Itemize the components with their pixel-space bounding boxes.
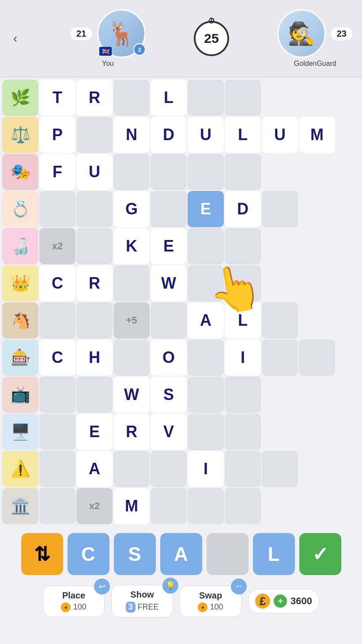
cell[interactable] — [39, 377, 75, 413]
confirm-tile[interactable]: ✓ — [299, 533, 341, 575]
cell[interactable]: I — [188, 451, 224, 487]
cell[interactable] — [188, 488, 224, 524]
cell[interactable]: C — [39, 339, 75, 376]
cell[interactable]: P — [39, 117, 75, 153]
cell[interactable]: E — [76, 414, 113, 450]
cell[interactable]: R — [113, 414, 150, 450]
cell[interactable] — [188, 80, 224, 116]
cell[interactable]: L — [225, 117, 261, 153]
cell[interactable]: x2 — [76, 488, 113, 524]
cell[interactable] — [225, 451, 261, 487]
cell[interactable] — [39, 302, 75, 339]
cell[interactable]: C — [39, 265, 75, 301]
cell[interactable] — [113, 265, 150, 301]
cell[interactable]: U — [76, 154, 113, 190]
cell[interactable]: F — [39, 154, 75, 190]
cell[interactable] — [262, 451, 298, 487]
cell[interactable]: M — [299, 117, 335, 153]
board-row: 🌿 T R L — [2, 80, 360, 116]
cell[interactable]: K — [113, 228, 150, 264]
cell[interactable] — [262, 302, 298, 339]
cell[interactable] — [76, 191, 113, 227]
cell[interactable] — [39, 191, 75, 227]
cell[interactable] — [188, 265, 224, 301]
cell[interactable]: A — [76, 451, 113, 487]
shuffle-tile[interactable]: ⇅ — [21, 533, 63, 575]
cell[interactable] — [39, 451, 75, 487]
cell[interactable] — [113, 339, 150, 376]
cell[interactable]: S — [151, 377, 187, 413]
cell[interactable]: H — [76, 339, 113, 376]
cell[interactable]: x2 — [39, 228, 75, 264]
cell[interactable] — [151, 488, 187, 524]
board-row: 🏛️ x2 M — [2, 488, 360, 524]
cell[interactable] — [188, 377, 224, 413]
cell[interactable]: +5 — [113, 302, 150, 339]
cell[interactable]: G — [113, 191, 150, 227]
cell[interactable] — [151, 154, 187, 190]
cell[interactable] — [113, 451, 150, 487]
clue-image-1: ⚖️ — [2, 117, 38, 153]
shuffle-icon: ⇅ — [34, 543, 50, 565]
cell[interactable]: D — [151, 117, 187, 153]
timer-display: ⏱ 25 — [194, 21, 229, 56]
show-icon: 💡 — [162, 578, 178, 594]
cell[interactable] — [113, 154, 150, 190]
cell[interactable]: V — [151, 414, 187, 450]
cell[interactable]: M — [113, 488, 150, 524]
cell[interactable] — [225, 228, 261, 264]
cell[interactable]: W — [113, 377, 150, 413]
cell[interactable]: W — [151, 265, 187, 301]
cell[interactable] — [151, 302, 187, 339]
cell[interactable] — [188, 339, 224, 376]
cell[interactable] — [225, 488, 261, 524]
rack-tile-empty[interactable] — [207, 533, 249, 575]
cell[interactable]: E — [151, 228, 187, 264]
cell[interactable]: D — [225, 191, 261, 227]
cell[interactable] — [113, 80, 150, 116]
cell-selected[interactable]: E — [188, 191, 224, 227]
cell[interactable] — [225, 265, 261, 301]
back-button[interactable]: ‹ — [9, 29, 22, 48]
cell[interactable]: R — [76, 80, 113, 116]
show-label: Show — [130, 590, 154, 600]
cell[interactable]: I — [225, 339, 261, 376]
rack-tile-L[interactable]: L — [253, 533, 295, 575]
cell[interactable] — [299, 339, 335, 376]
cell[interactable] — [151, 451, 187, 487]
cell[interactable]: L — [151, 80, 187, 116]
cell[interactable]: U — [262, 117, 298, 153]
cell[interactable] — [151, 191, 187, 227]
add-coins-button[interactable]: + — [274, 594, 287, 608]
clue-image-10: ⚠️ — [2, 451, 38, 487]
board-row: ⚠️ A I — [2, 451, 360, 487]
cell[interactable] — [225, 414, 261, 450]
cell[interactable] — [225, 154, 261, 190]
cell[interactable]: L — [225, 302, 261, 339]
cell[interactable] — [225, 377, 261, 413]
rack-tile-C[interactable]: C — [68, 533, 109, 575]
cell[interactable] — [225, 80, 261, 116]
cell[interactable] — [188, 154, 224, 190]
timer-icon: ⏱ — [208, 17, 215, 25]
rack-tile-S[interactable]: S — [114, 533, 156, 575]
cell[interactable]: O — [151, 339, 187, 376]
cell[interactable] — [76, 302, 113, 339]
cell[interactable]: T — [39, 80, 75, 116]
cell[interactable] — [188, 414, 224, 450]
cell[interactable] — [76, 117, 113, 153]
cell[interactable]: R — [76, 265, 113, 301]
clue-image-4: 🍶 — [2, 228, 38, 264]
cell[interactable]: N — [113, 117, 150, 153]
cell[interactable] — [262, 339, 298, 376]
cell[interactable] — [39, 414, 75, 450]
cell[interactable]: A — [188, 302, 224, 339]
cell[interactable] — [262, 191, 298, 227]
cell[interactable] — [76, 228, 113, 264]
cell[interactable] — [76, 377, 113, 413]
cell[interactable] — [188, 228, 224, 264]
rack-tile-A[interactable]: A — [160, 533, 202, 575]
you-score: 21 — [70, 27, 93, 41]
cell[interactable] — [39, 488, 75, 524]
cell[interactable]: U — [188, 117, 224, 153]
